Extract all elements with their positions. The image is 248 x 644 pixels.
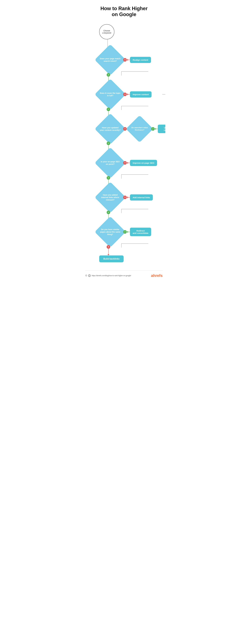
a2-box: Improve content — [130, 91, 152, 98]
q3-diamond: Have you updated your content recently? — [95, 113, 126, 144]
footer: © i https://ahrefs.com/blog/how-to-rank-… — [85, 270, 163, 278]
end-box: Build backlinks — [99, 256, 123, 262]
brand-logo: ahrefs — [151, 274, 163, 278]
q1-row: Does your page match search intent? ✕ Re… — [99, 49, 151, 71]
q3-yes-badge: ✓ — [107, 142, 110, 145]
start-node: Choose a keyword — [99, 24, 114, 39]
footer-url: https://ahrefs.com/blog/how-to-rank-high… — [92, 275, 131, 276]
q5-no-badge: ✕ — [123, 196, 127, 199]
a1-box: Realign content — [130, 57, 151, 63]
q4-no-badge: ✕ — [123, 161, 127, 165]
q1-no-badge: ✕ — [123, 58, 127, 62]
q3b-yes-badge: ✓ — [151, 127, 155, 131]
q4-yes-badge: ✓ — [107, 176, 110, 180]
q6-no-badge: ✕ — [107, 245, 110, 249]
q6-row: Do you have similar pages about the same… — [99, 221, 151, 243]
end-node: Build backlinks — [99, 256, 123, 262]
q5-row: Have you added internal links where rele… — [99, 186, 153, 208]
q2-row: Does it cover the topic in full? ✕ Impro… — [99, 83, 152, 105]
info-icon: i — [88, 274, 91, 277]
q2-yes-badge: ✓ — [107, 108, 110, 111]
q6-diamond: Do you have similar pages about the same… — [95, 216, 126, 248]
flowchart: Choose a keyword Does your page match se… — [85, 24, 163, 262]
q4-diamond: Is your on-page SEO on point? — [95, 147, 126, 178]
q2-no-badge: ✕ — [123, 92, 127, 96]
a5-box: Add internal links — [130, 194, 153, 200]
q5-diamond: Have you added internal links where rele… — [95, 182, 126, 213]
q1-diamond: Does your page match search intent? — [95, 44, 126, 76]
q3-no-badge: ✕ — [123, 127, 127, 131]
a4-box: Improve on-page SEO — [130, 160, 157, 166]
a6-box: Redirect and consolidate — [130, 228, 151, 236]
q3-row: Have you updated your content recently? … — [99, 118, 165, 140]
q4-row: Is your on-page SEO on point? ✕ Improve … — [99, 152, 157, 174]
q5-yes-badge: ✓ — [107, 210, 110, 214]
q6-yes-badge: ✓ — [123, 230, 127, 234]
q3b-diamond: Do searchers value freshness? — [126, 115, 153, 142]
a3-box: Update content — [158, 124, 165, 133]
q1-yes-badge: ✓ — [107, 73, 110, 76]
q2-diamond: Does it cover the topic in full? — [95, 79, 126, 110]
cc-icon: © — [85, 274, 87, 277]
footer-left: © i https://ahrefs.com/blog/how-to-rank-… — [85, 274, 131, 277]
page-title: How to Rank Higher on Google — [85, 6, 163, 17]
